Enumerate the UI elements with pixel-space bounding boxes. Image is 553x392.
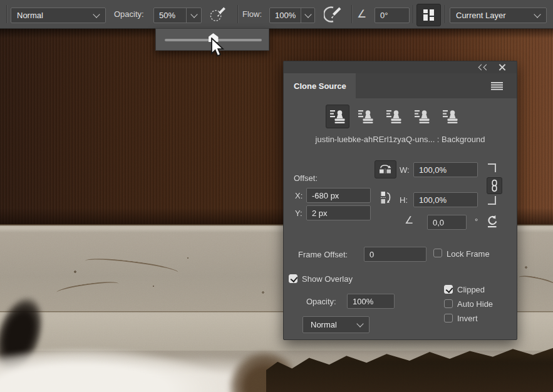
opacity-input[interactable]: 50% (153, 8, 202, 23)
blend-mode-select[interactable]: Normal (11, 8, 106, 23)
panel-body: justin-luebke-ahRErl1zyaQ-uns... : Backg… (284, 98, 517, 339)
auto-hide-checkbox[interactable] (444, 299, 453, 308)
lock-frame-checkbox[interactable] (433, 249, 442, 257)
x-label: X: (295, 191, 302, 200)
show-overlay-label: Show Overlay (302, 274, 353, 284)
rotation-value: 0,0 (433, 218, 444, 227)
h-input[interactable]: 100,0% (413, 192, 478, 207)
opacity-label: Opacity: (114, 9, 144, 19)
flip-horizontal-icon (378, 164, 393, 175)
w-label: W: (400, 165, 410, 175)
opacity-slider-thumb[interactable] (209, 33, 219, 42)
rotation-input[interactable]: 0,0 (427, 215, 467, 230)
x-input[interactable]: -680 px (306, 188, 371, 203)
overlay-opacity-value: 100% (353, 297, 373, 306)
panel-title: Clone Source (284, 81, 346, 91)
sample-value: Current Layer (450, 11, 535, 20)
opacity-dropdown-button[interactable] (186, 8, 201, 23)
blend-mode-value: Normal (11, 11, 94, 20)
w-input[interactable]: 100,0% (413, 162, 478, 177)
panel-tab-bar: Clone Source (284, 73, 517, 98)
sample-select[interactable]: Current Layer (450, 8, 547, 23)
clipped-label: Clipped (457, 285, 485, 294)
reset-icon (486, 215, 499, 228)
toolbar-divider (351, 5, 352, 23)
photoshop-window: Normal Opacity: 50% Flow: 100% (0, 0, 553, 392)
flip-vertical-button[interactable] (379, 190, 393, 206)
tab-clone-source[interactable]: Clone Source (284, 73, 356, 98)
clone-stamp-icon (386, 108, 402, 125)
h-value: 100,0% (419, 195, 447, 205)
chevron-down-icon (93, 11, 100, 18)
aligned-icon (423, 9, 434, 21)
flow-value: 100% (270, 8, 296, 23)
opacity-pressure-toggle[interactable] (207, 6, 227, 23)
flip-vertical-icon (380, 190, 391, 205)
frame-offset-input[interactable]: 0 (364, 247, 426, 262)
clone-stamp-icon (414, 108, 430, 125)
degree-label: ° (475, 217, 478, 226)
y-label: Y: (295, 209, 302, 218)
clone-source-slot[interactable] (410, 105, 434, 128)
offset-label: Offset: (294, 173, 318, 183)
options-bar: Normal Opacity: 50% Flow: 100% (0, 0, 553, 29)
aligned-toggle[interactable] (416, 4, 441, 26)
lock-frame-label: Lock Frame (447, 249, 490, 259)
flow-label: Flow: (242, 9, 262, 19)
brush-pressure-icon (208, 6, 227, 23)
chevron-down-icon (304, 11, 311, 18)
chevron-down-icon (534, 11, 540, 18)
panel-menu-icon[interactable] (491, 82, 503, 90)
clipped-checkbox[interactable] (444, 285, 453, 294)
overlay-opacity-label: Opacity: (306, 297, 336, 306)
airbrush-toggle[interactable] (323, 5, 344, 24)
invert-checkbox[interactable] (444, 314, 453, 322)
toolbar-divider (445, 5, 445, 23)
close-icon[interactable] (499, 63, 506, 71)
overlay-blend-select[interactable]: Normal (302, 316, 370, 333)
toolbar-divider (237, 5, 238, 23)
toolbar-divider (6, 5, 7, 23)
flow-input[interactable]: 100% (269, 8, 315, 23)
auto-hide-label: Auto Hide (457, 299, 493, 309)
flow-dropdown-button[interactable] (301, 8, 314, 23)
maintain-aspect-button[interactable] (487, 177, 502, 194)
invert-label: Invert (457, 314, 478, 323)
clone-stamp-icon (358, 108, 374, 125)
clone-source-slots (326, 105, 462, 128)
clone-source-panel: Clone Source (283, 61, 517, 340)
y-value: 2 px (312, 209, 328, 218)
clone-stamp-icon (442, 108, 458, 125)
panel-header (284, 61, 517, 74)
source-name: justin-luebke-ahRErl1zyaQ-uns... : Backg… (284, 135, 517, 144)
frame-offset-label: Frame Offset: (298, 250, 348, 259)
brush-angle-value: 0° (380, 11, 388, 20)
opacity-slider-popup (155, 28, 269, 51)
opacity-value: 50% (154, 8, 175, 23)
brush-angle-icon: ∠ (357, 8, 366, 21)
overlay-opacity-input[interactable]: 100% (347, 294, 395, 309)
rotate-angle-icon: ∠ (405, 214, 413, 226)
clone-source-slot[interactable] (438, 105, 462, 128)
link-bracket-bottom (488, 196, 496, 205)
link-bracket-top (488, 163, 496, 172)
overlay-blend-value: Normal (303, 320, 358, 329)
show-overlay-checkbox[interactable] (289, 274, 297, 283)
frame-offset-value: 0 (370, 250, 374, 259)
toolbar-divider (413, 5, 413, 23)
flip-horizontal-button[interactable] (375, 160, 396, 178)
chevron-down-icon (356, 320, 363, 327)
clone-source-slot[interactable] (354, 105, 378, 128)
airbrush-icon (324, 6, 344, 23)
chevron-down-icon (190, 11, 197, 18)
w-value: 100,0% (419, 165, 447, 175)
clone-source-slot[interactable] (382, 105, 406, 128)
clone-stamp-icon (329, 108, 346, 125)
h-label: H: (400, 195, 408, 205)
clone-source-slot[interactable] (326, 105, 349, 128)
reset-transform-button[interactable] (485, 214, 499, 229)
chain-link-icon (490, 179, 499, 192)
collapse-icon[interactable] (479, 64, 490, 71)
y-input[interactable]: 2 px (306, 205, 371, 220)
brush-angle-input[interactable]: 0° (375, 8, 410, 23)
